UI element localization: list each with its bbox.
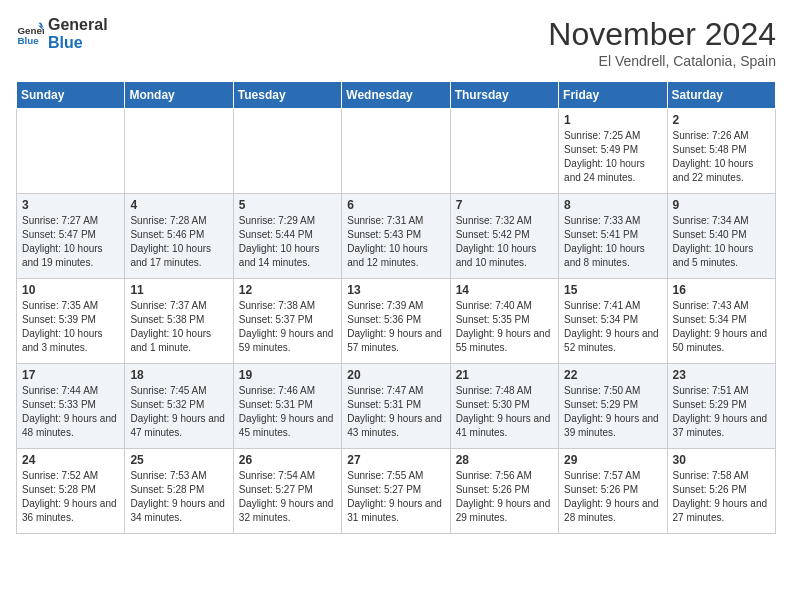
day-info: Sunrise: 7:44 AMSunset: 5:33 PMDaylight:…: [22, 384, 119, 440]
day-number: 26: [239, 453, 336, 467]
day-number: 24: [22, 453, 119, 467]
calendar-cell: 3 Sunrise: 7:27 AMSunset: 5:47 PMDayligh…: [17, 194, 125, 279]
calendar-cell: 5 Sunrise: 7:29 AMSunset: 5:44 PMDayligh…: [233, 194, 341, 279]
calendar-cell: 11 Sunrise: 7:37 AMSunset: 5:38 PMDaylig…: [125, 279, 233, 364]
logo: General Blue General Blue: [16, 16, 108, 53]
day-info: Sunrise: 7:34 AMSunset: 5:40 PMDaylight:…: [673, 214, 770, 270]
day-info: Sunrise: 7:33 AMSunset: 5:41 PMDaylight:…: [564, 214, 661, 270]
day-number: 2: [673, 113, 770, 127]
calendar-cell: 23 Sunrise: 7:51 AMSunset: 5:29 PMDaylig…: [667, 364, 775, 449]
day-info: Sunrise: 7:50 AMSunset: 5:29 PMDaylight:…: [564, 384, 661, 440]
day-number: 28: [456, 453, 553, 467]
calendar-cell: 26 Sunrise: 7:54 AMSunset: 5:27 PMDaylig…: [233, 449, 341, 534]
month-title: November 2024: [548, 16, 776, 53]
calendar-week-row: 24 Sunrise: 7:52 AMSunset: 5:28 PMDaylig…: [17, 449, 776, 534]
day-info: Sunrise: 7:28 AMSunset: 5:46 PMDaylight:…: [130, 214, 227, 270]
day-number: 20: [347, 368, 444, 382]
calendar-cell: 19 Sunrise: 7:46 AMSunset: 5:31 PMDaylig…: [233, 364, 341, 449]
day-info: Sunrise: 7:31 AMSunset: 5:43 PMDaylight:…: [347, 214, 444, 270]
calendar-cell: 22 Sunrise: 7:50 AMSunset: 5:29 PMDaylig…: [559, 364, 667, 449]
calendar-cell: 17 Sunrise: 7:44 AMSunset: 5:33 PMDaylig…: [17, 364, 125, 449]
day-number: 29: [564, 453, 661, 467]
calendar-cell: 4 Sunrise: 7:28 AMSunset: 5:46 PMDayligh…: [125, 194, 233, 279]
svg-text:Blue: Blue: [17, 35, 39, 46]
day-number: 21: [456, 368, 553, 382]
title-block: November 2024 El Vendrell, Catalonia, Sp…: [548, 16, 776, 69]
day-number: 18: [130, 368, 227, 382]
day-number: 8: [564, 198, 661, 212]
calendar-cell: 29 Sunrise: 7:57 AMSunset: 5:26 PMDaylig…: [559, 449, 667, 534]
day-number: 1: [564, 113, 661, 127]
page-header: General Blue General Blue November 2024 …: [16, 16, 776, 69]
day-number: 25: [130, 453, 227, 467]
day-info: Sunrise: 7:43 AMSunset: 5:34 PMDaylight:…: [673, 299, 770, 355]
day-info: Sunrise: 7:25 AMSunset: 5:49 PMDaylight:…: [564, 129, 661, 185]
calendar-cell: 14 Sunrise: 7:40 AMSunset: 5:35 PMDaylig…: [450, 279, 558, 364]
calendar-week-row: 1 Sunrise: 7:25 AMSunset: 5:49 PMDayligh…: [17, 109, 776, 194]
day-info: Sunrise: 7:26 AMSunset: 5:48 PMDaylight:…: [673, 129, 770, 185]
calendar-cell: 6 Sunrise: 7:31 AMSunset: 5:43 PMDayligh…: [342, 194, 450, 279]
day-number: 14: [456, 283, 553, 297]
day-number: 17: [22, 368, 119, 382]
header-saturday: Saturday: [667, 82, 775, 109]
day-info: Sunrise: 7:58 AMSunset: 5:26 PMDaylight:…: [673, 469, 770, 525]
calendar-header-row: SundayMondayTuesdayWednesdayThursdayFrid…: [17, 82, 776, 109]
day-info: Sunrise: 7:40 AMSunset: 5:35 PMDaylight:…: [456, 299, 553, 355]
logo-line1: General: [48, 16, 108, 34]
location: El Vendrell, Catalonia, Spain: [548, 53, 776, 69]
day-info: Sunrise: 7:41 AMSunset: 5:34 PMDaylight:…: [564, 299, 661, 355]
logo-icon: General Blue: [16, 20, 44, 48]
day-number: 6: [347, 198, 444, 212]
calendar-cell: [17, 109, 125, 194]
calendar-cell: 25 Sunrise: 7:53 AMSunset: 5:28 PMDaylig…: [125, 449, 233, 534]
day-number: 3: [22, 198, 119, 212]
day-info: Sunrise: 7:32 AMSunset: 5:42 PMDaylight:…: [456, 214, 553, 270]
calendar-cell: 16 Sunrise: 7:43 AMSunset: 5:34 PMDaylig…: [667, 279, 775, 364]
day-number: 27: [347, 453, 444, 467]
day-info: Sunrise: 7:46 AMSunset: 5:31 PMDaylight:…: [239, 384, 336, 440]
calendar-cell: [233, 109, 341, 194]
calendar-cell: 27 Sunrise: 7:55 AMSunset: 5:27 PMDaylig…: [342, 449, 450, 534]
calendar-cell: 9 Sunrise: 7:34 AMSunset: 5:40 PMDayligh…: [667, 194, 775, 279]
day-info: Sunrise: 7:51 AMSunset: 5:29 PMDaylight:…: [673, 384, 770, 440]
calendar-cell: [125, 109, 233, 194]
calendar-cell: 12 Sunrise: 7:38 AMSunset: 5:37 PMDaylig…: [233, 279, 341, 364]
day-number: 4: [130, 198, 227, 212]
day-number: 9: [673, 198, 770, 212]
day-number: 30: [673, 453, 770, 467]
calendar-cell: 2 Sunrise: 7:26 AMSunset: 5:48 PMDayligh…: [667, 109, 775, 194]
day-info: Sunrise: 7:35 AMSunset: 5:39 PMDaylight:…: [22, 299, 119, 355]
day-number: 22: [564, 368, 661, 382]
day-info: Sunrise: 7:38 AMSunset: 5:37 PMDaylight:…: [239, 299, 336, 355]
day-info: Sunrise: 7:54 AMSunset: 5:27 PMDaylight:…: [239, 469, 336, 525]
day-number: 16: [673, 283, 770, 297]
calendar-cell: [342, 109, 450, 194]
day-info: Sunrise: 7:57 AMSunset: 5:26 PMDaylight:…: [564, 469, 661, 525]
day-info: Sunrise: 7:53 AMSunset: 5:28 PMDaylight:…: [130, 469, 227, 525]
day-number: 7: [456, 198, 553, 212]
day-number: 10: [22, 283, 119, 297]
day-number: 23: [673, 368, 770, 382]
calendar-cell: 13 Sunrise: 7:39 AMSunset: 5:36 PMDaylig…: [342, 279, 450, 364]
day-info: Sunrise: 7:48 AMSunset: 5:30 PMDaylight:…: [456, 384, 553, 440]
calendar-cell: 8 Sunrise: 7:33 AMSunset: 5:41 PMDayligh…: [559, 194, 667, 279]
day-info: Sunrise: 7:45 AMSunset: 5:32 PMDaylight:…: [130, 384, 227, 440]
day-number: 11: [130, 283, 227, 297]
calendar-cell: 18 Sunrise: 7:45 AMSunset: 5:32 PMDaylig…: [125, 364, 233, 449]
header-thursday: Thursday: [450, 82, 558, 109]
header-tuesday: Tuesday: [233, 82, 341, 109]
calendar-cell: 7 Sunrise: 7:32 AMSunset: 5:42 PMDayligh…: [450, 194, 558, 279]
day-info: Sunrise: 7:27 AMSunset: 5:47 PMDaylight:…: [22, 214, 119, 270]
calendar-cell: 1 Sunrise: 7:25 AMSunset: 5:49 PMDayligh…: [559, 109, 667, 194]
day-info: Sunrise: 7:39 AMSunset: 5:36 PMDaylight:…: [347, 299, 444, 355]
day-info: Sunrise: 7:56 AMSunset: 5:26 PMDaylight:…: [456, 469, 553, 525]
calendar-cell: 21 Sunrise: 7:48 AMSunset: 5:30 PMDaylig…: [450, 364, 558, 449]
day-number: 13: [347, 283, 444, 297]
day-info: Sunrise: 7:47 AMSunset: 5:31 PMDaylight:…: [347, 384, 444, 440]
header-sunday: Sunday: [17, 82, 125, 109]
calendar-week-row: 3 Sunrise: 7:27 AMSunset: 5:47 PMDayligh…: [17, 194, 776, 279]
calendar-cell: 30 Sunrise: 7:58 AMSunset: 5:26 PMDaylig…: [667, 449, 775, 534]
day-info: Sunrise: 7:29 AMSunset: 5:44 PMDaylight:…: [239, 214, 336, 270]
calendar-cell: 24 Sunrise: 7:52 AMSunset: 5:28 PMDaylig…: [17, 449, 125, 534]
calendar-cell: 15 Sunrise: 7:41 AMSunset: 5:34 PMDaylig…: [559, 279, 667, 364]
